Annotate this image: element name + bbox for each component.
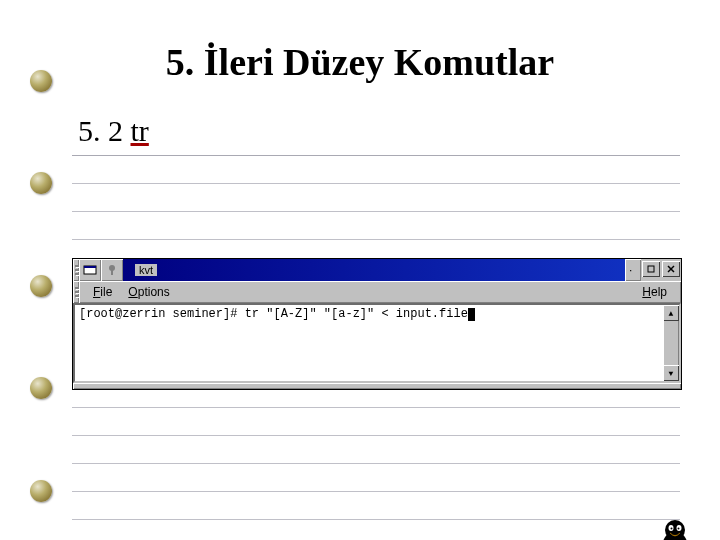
menu-file[interactable]: File xyxy=(85,283,120,301)
tux-icon xyxy=(652,516,698,540)
svg-point-10 xyxy=(665,520,685,540)
window-title: kvt xyxy=(135,264,157,276)
window-statusbar xyxy=(73,383,681,389)
slide: 5. İleri Düzey Komutlar 5. 2 tr kvt · xyxy=(0,40,720,540)
svg-point-14 xyxy=(678,528,680,530)
svg-rect-1 xyxy=(84,266,96,268)
spiral-bullet-icon xyxy=(30,377,52,399)
menu-help[interactable]: Help xyxy=(634,283,675,301)
scroll-down-button[interactable]: ▼ xyxy=(663,365,679,381)
spiral-bullet-icon xyxy=(30,70,52,92)
terminal-cursor-icon xyxy=(468,308,475,321)
spiral-bullet-icon xyxy=(30,172,52,194)
minimize-button[interactable] xyxy=(642,261,660,277)
window-system-menu-icon[interactable] xyxy=(79,259,101,281)
subtitle-command: tr xyxy=(131,114,149,147)
vertical-scrollbar[interactable]: ▲ ▼ xyxy=(663,305,679,381)
terminal-window: kvt · File Options Help [root@zerri xyxy=(72,258,682,390)
menubar: File Options Help xyxy=(79,281,681,303)
terminal-area[interactable]: [root@zerrin seminer]# tr "[A-Z]" "[a-z]… xyxy=(73,303,681,383)
svg-point-13 xyxy=(671,528,673,530)
scroll-track[interactable] xyxy=(663,321,679,365)
slide-title: 5. İleri Düzey Komutlar xyxy=(30,40,690,84)
subtitle-number: 5. 2 xyxy=(78,114,131,147)
terminal-line: [root@zerrin seminer]# tr "[A-Z]" "[a-z]… xyxy=(79,307,468,321)
slide-subtitle: 5. 2 tr xyxy=(78,114,690,148)
menu-options[interactable]: Options xyxy=(120,283,177,301)
spiral-column xyxy=(30,70,58,540)
terminal-output: [root@zerrin seminer]# tr "[A-Z]" "[a-z]… xyxy=(75,305,663,381)
spiral-bullet-icon xyxy=(30,480,52,502)
scroll-up-button[interactable]: ▲ xyxy=(663,305,679,321)
titlebar-dot-icon[interactable]: · xyxy=(625,259,641,281)
spiral-bullet-icon xyxy=(30,275,52,297)
window-titlebar[interactable]: kvt xyxy=(123,259,625,281)
close-button[interactable] xyxy=(662,261,680,277)
pin-icon[interactable] xyxy=(101,259,123,281)
svg-rect-4 xyxy=(648,266,654,272)
svg-rect-3 xyxy=(111,270,113,275)
